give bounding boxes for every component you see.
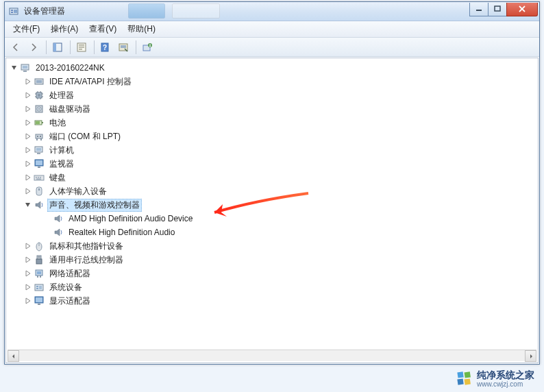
expand-icon[interactable] — [24, 105, 32, 113]
tree-item[interactable]: 磁盘驱动器 — [8, 102, 536, 116]
tree-item[interactable]: 计算机 — [8, 143, 536, 157]
tree-item-label[interactable]: 计算机 — [47, 144, 76, 157]
tree-item[interactable]: 鼠标和其他指针设备 — [8, 239, 536, 253]
expand-icon[interactable] — [24, 269, 32, 278]
computer-icon — [20, 62, 31, 73]
app-icon — [9, 7, 20, 16]
device-tree[interactable]: 2013-20160224NK IDE ATA/ATAPI 控制器处理器磁盘驱动… — [6, 58, 538, 310]
svg-rect-40 — [36, 160, 42, 165]
svg-rect-64 — [36, 297, 42, 302]
tree-item-label[interactable]: 端口 (COM 和 LPT) — [47, 130, 123, 143]
svg-rect-5 — [495, 6, 500, 11]
tree-item-label[interactable]: 电池 — [47, 117, 68, 130]
expand-icon[interactable] — [24, 132, 32, 140]
tree-item[interactable]: 处理器 — [8, 88, 536, 102]
sound-label[interactable]: 声音、视频和游戏控制器 — [47, 199, 142, 212]
tree-item-label[interactable]: 显示适配器 — [47, 295, 92, 308]
tree-item-label[interactable]: 系统设备 — [47, 281, 84, 294]
svg-rect-35 — [40, 138, 42, 140]
help-button[interactable]: ? — [97, 39, 114, 56]
tree-item-sound[interactable]: 声音、视频和游戏控制器 — [8, 198, 536, 212]
menu-action[interactable]: 操作(A) — [45, 22, 84, 36]
back-button[interactable] — [8, 39, 24, 56]
svg-rect-38 — [37, 153, 40, 154]
monitor-icon — [34, 158, 45, 169]
forward-button[interactable] — [25, 39, 42, 56]
svg-point-33 — [40, 136, 41, 137]
menu-file[interactable]: 文件(F) — [8, 22, 45, 36]
tree-item[interactable]: 电池 — [8, 116, 536, 130]
svg-rect-20 — [23, 71, 27, 72]
window-controls — [470, 3, 538, 16]
cpu-icon — [34, 90, 45, 101]
root-label[interactable]: 2013-20160224NK — [34, 62, 107, 73]
show-hide-tree-button[interactable] — [49, 39, 66, 56]
menu-view[interactable]: 查看(V) — [84, 22, 122, 36]
svg-point-32 — [37, 136, 38, 137]
tree-item-label[interactable]: 键盘 — [47, 171, 68, 184]
scan-hardware-button[interactable] — [115, 39, 132, 56]
mouse-icon — [34, 241, 45, 252]
uninstall-button[interactable] — [139, 39, 156, 56]
tree-item[interactable]: 键盘 — [8, 171, 536, 184]
svg-point-53 — [38, 256, 39, 258]
scroll-right-button[interactable] — [525, 350, 536, 362]
expand-icon[interactable] — [24, 283, 32, 291]
expand-icon[interactable] — [24, 187, 32, 195]
svg-point-27 — [38, 108, 40, 110]
svg-rect-68 — [457, 378, 463, 384]
collapse-icon[interactable] — [10, 64, 18, 72]
keyboard-icon — [34, 172, 45, 183]
toolbar: ? — [5, 38, 539, 57]
tree-item-label[interactable]: 网络适配器 — [47, 267, 92, 280]
titlebar[interactable]: 设备管理器 — [5, 2, 539, 21]
svg-rect-43 — [36, 177, 37, 178]
content-area: 2013-20160224NK IDE ATA/ATAPI 控制器处理器磁盘驱动… — [5, 58, 539, 363]
tree-item[interactable]: 监视器 — [8, 157, 536, 171]
maximize-button[interactable] — [488, 3, 507, 16]
battery-icon — [34, 117, 45, 128]
tree-item[interactable]: 系统设备 — [8, 280, 536, 294]
expand-icon[interactable] — [24, 77, 32, 86]
minimize-button[interactable] — [469, 3, 489, 16]
expand-icon[interactable] — [24, 119, 32, 127]
tree-item[interactable]: 通用串行总线控制器 — [8, 253, 536, 267]
tree-item-audio-device[interactable]: AMD High Definition Audio Device — [8, 212, 536, 225]
expand-icon[interactable] — [24, 256, 32, 264]
tree-item-label[interactable]: 鼠标和其他指针设备 — [47, 240, 125, 253]
expand-icon[interactable] — [24, 146, 32, 154]
tree-item[interactable]: 端口 (COM 和 LPT) — [8, 130, 536, 143]
properties-button[interactable] — [73, 39, 90, 56]
audio-device-label[interactable]: AMD High Definition Audio Device — [66, 213, 195, 224]
collapse-icon[interactable] — [24, 201, 32, 209]
svg-rect-61 — [36, 288, 38, 289]
expand-icon[interactable] — [24, 242, 32, 250]
tree-item[interactable]: 人体学输入设备 — [8, 184, 536, 198]
horizontal-scrollbar[interactable] — [8, 350, 536, 361]
expand-icon[interactable] — [24, 297, 32, 305]
tree-item[interactable]: 网络适配器 — [8, 267, 536, 280]
tree-item-label[interactable]: 人体学输入设备 — [47, 185, 109, 198]
tree-item-audio-device[interactable]: Realtek High Definition Audio — [8, 225, 536, 239]
menu-help[interactable]: 帮助(H) — [122, 22, 161, 36]
usb-icon — [34, 254, 45, 265]
svg-rect-58 — [37, 271, 41, 274]
background-blur — [128, 3, 220, 19]
scroll-left-button[interactable] — [8, 350, 19, 362]
tree-item[interactable]: IDE ATA/ATAPI 控制器 — [8, 75, 536, 88]
expand-icon[interactable] — [24, 91, 32, 99]
close-button[interactable] — [506, 3, 538, 16]
tree-item-label[interactable]: IDE ATA/ATAPI 控制器 — [47, 75, 134, 88]
scroll-track[interactable] — [19, 350, 525, 361]
svg-rect-62 — [39, 286, 42, 289]
audio-device-label[interactable]: Realtek High Definition Audio — [66, 227, 177, 238]
expand-icon[interactable] — [24, 173, 32, 182]
tree-root[interactable]: 2013-20160224NK — [8, 61, 536, 75]
tree-item-label[interactable]: 监视器 — [47, 158, 76, 171]
tree-item-label[interactable]: 通用串行总线控制器 — [47, 254, 125, 267]
tree-item-label[interactable]: 磁盘驱动器 — [47, 103, 92, 116]
tree-item[interactable]: 显示适配器 — [8, 294, 536, 308]
svg-rect-29 — [42, 122, 43, 123]
tree-item-label[interactable]: 处理器 — [47, 89, 76, 102]
expand-icon[interactable] — [24, 160, 32, 168]
